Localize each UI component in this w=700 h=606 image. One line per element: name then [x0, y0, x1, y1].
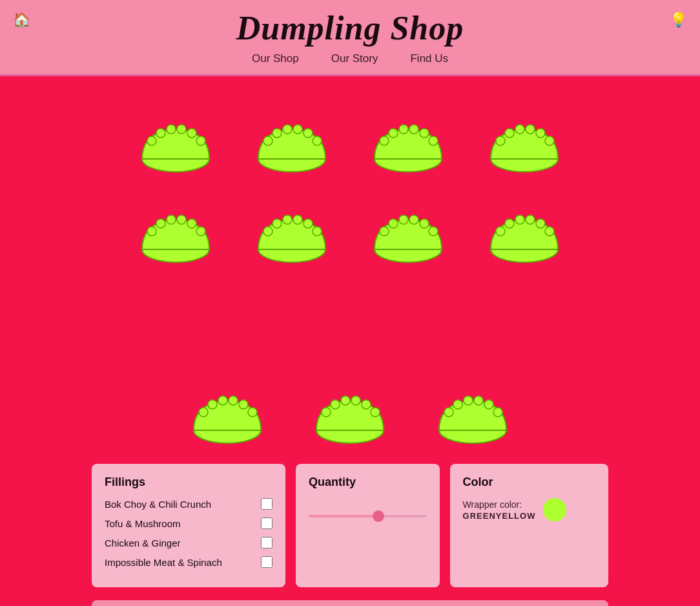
filling-row-2: Tofu & Mushroom [105, 517, 273, 529]
svg-point-22 [496, 136, 505, 145]
wrapper-color-name: GREENYELLOW [463, 511, 536, 521]
svg-point-44 [389, 219, 398, 228]
header: 🏠 💡 Dumpling Shop Our Shop Our Story Fin… [0, 0, 700, 76]
svg-point-19 [420, 129, 429, 138]
filling-checkbox-4[interactable] [261, 556, 273, 568]
dumplings-row3 [0, 386, 700, 444]
svg-point-76 [493, 408, 502, 417]
dumpling-5 [121, 193, 231, 277]
svg-point-18 [409, 125, 418, 134]
svg-point-12 [304, 129, 313, 138]
dumpling-6 [237, 193, 347, 277]
svg-point-47 [420, 219, 429, 228]
svg-point-15 [380, 136, 389, 145]
fillings-title: Fillings [105, 475, 273, 489]
svg-point-6 [196, 136, 205, 145]
svg-point-53 [526, 215, 535, 224]
svg-point-60 [229, 396, 238, 405]
svg-point-3 [167, 125, 176, 134]
svg-point-65 [331, 400, 340, 409]
svg-point-59 [218, 396, 227, 405]
svg-point-10 [283, 125, 292, 134]
home-icon[interactable]: 🏠 [13, 12, 30, 28]
svg-point-9 [273, 129, 282, 138]
wrapper-color-row: Wrapper color: GREENYELLOW [463, 498, 595, 521]
dumpling-9 [185, 386, 269, 444]
svg-point-36 [263, 227, 273, 236]
filling-row-3: Chicken & Ginger [105, 537, 273, 549]
svg-point-74 [474, 396, 483, 405]
dumplings-grid [121, 102, 579, 367]
svg-point-4 [177, 125, 186, 134]
svg-point-31 [167, 215, 176, 224]
svg-point-41 [313, 227, 322, 236]
filling-checkbox-1[interactable] [261, 498, 273, 510]
svg-point-71 [444, 408, 453, 417]
svg-point-58 [208, 400, 217, 409]
nav-our-story[interactable]: Our Story [331, 52, 378, 65]
quantity-card: Quantity [296, 464, 440, 587]
svg-point-13 [313, 136, 322, 145]
svg-point-57 [199, 408, 208, 417]
nav-our-shop[interactable]: Our Shop [252, 52, 299, 65]
svg-point-5 [187, 129, 196, 138]
color-swatch[interactable] [543, 498, 566, 521]
svg-point-69 [371, 408, 380, 417]
svg-point-62 [248, 408, 257, 417]
quantity-slider-wrapper [309, 515, 427, 517]
dumpling-7 [353, 193, 463, 277]
svg-point-51 [505, 219, 514, 228]
svg-point-2 [156, 129, 165, 138]
svg-point-73 [464, 396, 473, 405]
svg-point-26 [536, 129, 545, 138]
wrapper-color-label: Wrapper color: [463, 499, 536, 510]
svg-point-54 [536, 219, 545, 228]
svg-point-72 [453, 400, 462, 409]
filling-checkbox-2[interactable] [261, 517, 273, 529]
svg-point-30 [156, 219, 165, 228]
dumpling-11 [431, 386, 515, 444]
svg-point-55 [545, 227, 554, 236]
filling-row-4: Impossible Meat & Spinach [105, 556, 273, 568]
filling-checkbox-3[interactable] [261, 537, 273, 549]
filling-label-1: Bok Choy & Chili Crunch [105, 499, 211, 510]
svg-point-43 [380, 227, 389, 236]
dumpling-1 [121, 102, 231, 186]
svg-point-20 [429, 136, 438, 145]
svg-point-1 [147, 136, 156, 145]
svg-point-68 [362, 400, 371, 409]
header-icons: 🏠 💡 [0, 12, 700, 28]
wrapper-color-text: Wrapper color: GREENYELLOW [463, 499, 536, 521]
svg-point-23 [505, 129, 514, 138]
svg-point-38 [283, 215, 292, 224]
svg-point-11 [293, 125, 302, 134]
settings-icon[interactable]: 💡 [670, 12, 687, 28]
main-content: Fillings Bok Choy & Chili Crunch Tofu & … [0, 76, 700, 606]
controls: Fillings Bok Choy & Chili Crunch Tofu & … [92, 464, 608, 587]
svg-point-16 [389, 129, 398, 138]
svg-point-67 [351, 396, 360, 405]
svg-point-17 [399, 125, 408, 134]
svg-point-45 [399, 215, 408, 224]
svg-point-37 [273, 219, 282, 228]
svg-point-50 [496, 227, 505, 236]
svg-point-46 [409, 215, 418, 224]
quantity-slider[interactable] [309, 515, 427, 517]
dumpling-8 [469, 193, 579, 277]
dumpling-4 [469, 102, 579, 186]
svg-point-61 [239, 400, 248, 409]
purchase-button[interactable]: P U R C H A S E [92, 600, 608, 606]
svg-point-27 [545, 136, 554, 145]
dumpling-2 [237, 102, 347, 186]
filling-row-1: Bok Choy & Chili Crunch [105, 498, 273, 510]
filling-label-3: Chicken & Ginger [105, 538, 181, 549]
nav: Our Shop Our Story Find Us [252, 52, 448, 65]
svg-point-39 [293, 215, 302, 224]
fillings-card: Fillings Bok Choy & Chili Crunch Tofu & … [92, 464, 285, 587]
svg-point-25 [526, 125, 535, 134]
nav-find-us[interactable]: Find Us [410, 52, 448, 65]
filling-label-4: Impossible Meat & Spinach [105, 557, 222, 568]
dumpling-3 [353, 102, 463, 186]
svg-point-48 [429, 227, 438, 236]
color-card: Color Wrapper color: GREENYELLOW [450, 464, 608, 587]
